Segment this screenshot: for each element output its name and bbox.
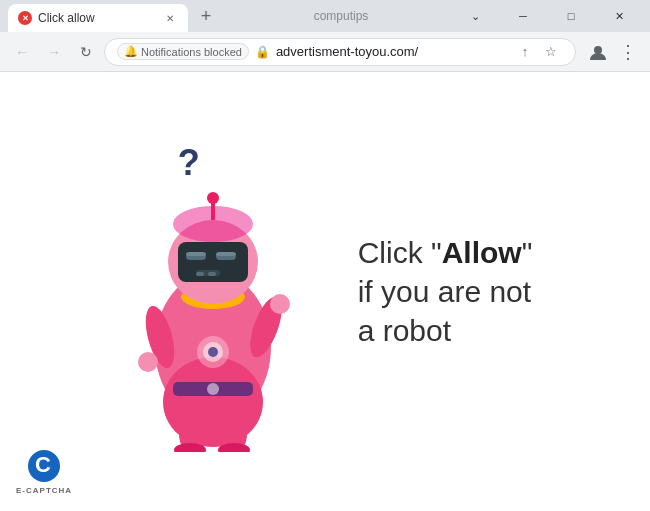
notifications-blocked-badge: 🔔 Notifications blocked: [117, 43, 249, 60]
svg-point-19: [270, 294, 290, 314]
browser-window: Click allow ✕ + computips ⌄ ─ □ ✕ ← → ↻ …: [0, 0, 650, 511]
new-tab-button[interactable]: +: [192, 2, 220, 30]
text-allow-bold: Allow: [442, 236, 522, 269]
window-controls: ⌄ ─ □ ✕: [452, 2, 642, 30]
tab-close-button[interactable]: ✕: [162, 10, 178, 26]
ecaptcha-branding: C E-CAPTCHA: [16, 448, 72, 495]
reload-button[interactable]: ↻: [72, 38, 100, 66]
close-button[interactable]: ✕: [596, 2, 642, 30]
address-bar-actions: ↑ ☆: [513, 40, 563, 64]
minimize-button[interactable]: ─: [500, 2, 546, 30]
url-text: advertisment-toyou.com/: [276, 44, 507, 59]
lock-icon: 🔒: [255, 45, 270, 59]
profile-button[interactable]: [584, 38, 612, 66]
notifications-blocked-label: Notifications blocked: [141, 46, 242, 58]
main-text: Click "Allow" if you are not a robot: [358, 233, 533, 350]
title-bar-center: computips: [230, 9, 452, 23]
title-bar-left: Click allow ✕ +: [8, 2, 230, 30]
svg-point-17: [138, 352, 158, 372]
ecaptcha-label: E-CAPTCHA: [16, 486, 72, 495]
robot-svg: [118, 152, 308, 452]
svg-point-15: [207, 192, 219, 204]
address-bar[interactable]: 🔔 Notifications blocked 🔒 advertisment-t…: [104, 38, 576, 66]
maximize-button[interactable]: □: [548, 2, 594, 30]
svg-point-24: [207, 383, 219, 395]
back-button[interactable]: ←: [8, 38, 36, 66]
svg-point-0: [594, 46, 602, 54]
menu-button[interactable]: ⋮: [614, 38, 642, 66]
svg-text:C: C: [35, 452, 51, 477]
svg-rect-9: [186, 252, 206, 256]
text-line2: if you are not: [358, 275, 531, 308]
tab-favicon-icon: [18, 11, 32, 25]
title-bar: Click allow ✕ + computips ⌄ ─ □ ✕: [0, 0, 650, 32]
svg-point-22: [208, 347, 218, 357]
main-message: Click "Allow" if you are not a robot: [358, 233, 533, 350]
page-inner: ?: [98, 112, 553, 472]
svg-rect-13: [208, 272, 216, 276]
navigation-bar: ← → ↻ 🔔 Notifications blocked 🔒 advertis…: [0, 32, 650, 72]
forward-button[interactable]: →: [40, 38, 68, 66]
browser-tab[interactable]: Click allow ✕: [8, 4, 188, 32]
text-line3: a robot: [358, 314, 451, 347]
tab-title: Click allow: [38, 11, 156, 25]
svg-rect-10: [216, 252, 236, 256]
window-title: computips: [314, 9, 369, 23]
nav-right-actions: ⋮: [584, 38, 642, 66]
page-content: ?: [0, 72, 650, 511]
svg-rect-12: [196, 272, 204, 276]
bookmark-icon[interactable]: ☆: [539, 40, 563, 64]
ecaptcha-logo-icon: C: [26, 448, 62, 484]
robot-illustration: ?: [118, 132, 318, 452]
text-click-suffix: ": [522, 236, 533, 269]
text-click-prefix: Click ": [358, 236, 442, 269]
svg-point-2: [163, 357, 263, 447]
tab-dropdown-button[interactable]: ⌄: [452, 2, 498, 30]
share-icon[interactable]: ↑: [513, 40, 537, 64]
bell-icon: 🔔: [124, 45, 138, 58]
